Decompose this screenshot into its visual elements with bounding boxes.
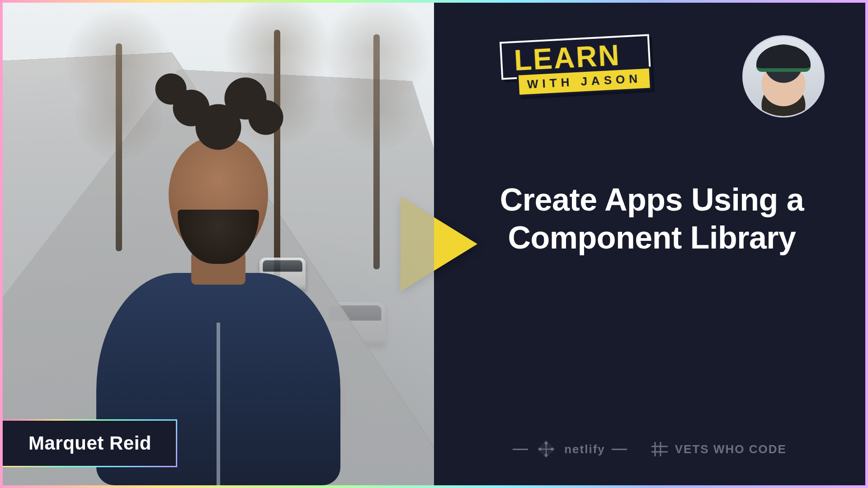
guest-name-tag: Marquet Reid (3, 419, 177, 467)
video-card: Marquet Reid LEARN WITH JASON Create App… (0, 0, 868, 488)
host-avatar (742, 35, 825, 117)
play-button[interactable] (387, 197, 481, 291)
dash-icon (513, 449, 528, 450)
guest-photo-panel: Marquet Reid (3, 3, 434, 485)
netlify-icon (534, 439, 558, 459)
dash-icon (612, 449, 627, 450)
info-panel: LEARN WITH JASON Create Apps Using a Com… (434, 3, 865, 485)
sponsor-netlify: netlify (513, 439, 627, 459)
sponsor-vets-label: VETS WHO CODE (675, 442, 787, 456)
show-logo-word-learn: LEARN (513, 39, 621, 77)
show-logo: LEARN WITH JASON (500, 34, 652, 97)
card-inner: Marquet Reid LEARN WITH JASON Create App… (3, 3, 865, 485)
sponsor-netlify-label: netlify (564, 442, 605, 456)
sponsor-vetswhocode: VETS WHO CODE (651, 440, 787, 458)
sponsor-row: netlify VETS WHO CODE (434, 439, 865, 459)
bg-tree (373, 34, 380, 269)
guest-name: Marquet Reid (28, 432, 151, 454)
play-icon (401, 197, 477, 291)
episode-title: Create Apps Using a Component Library (466, 181, 838, 257)
flag-hash-icon (651, 440, 669, 458)
svg-rect-5 (538, 449, 554, 450)
